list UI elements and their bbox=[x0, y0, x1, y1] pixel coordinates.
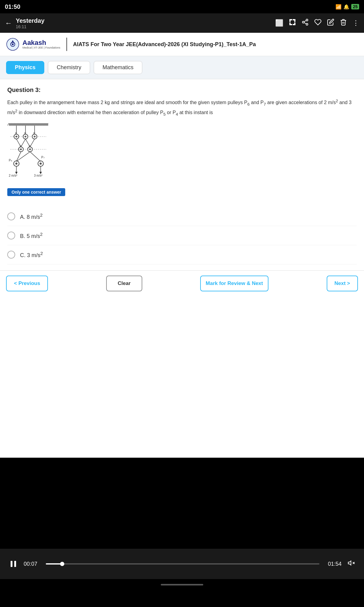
svg-rect-71 bbox=[14, 561, 16, 567]
home-indicator bbox=[0, 579, 364, 590]
svg-point-8 bbox=[306, 19, 308, 21]
question-number: Question 3: bbox=[7, 86, 357, 93]
screenshot-icon[interactable] bbox=[289, 19, 296, 28]
nav-bar: ← Yesterday 16:11 ⬜ bbox=[0, 13, 364, 33]
pause-button[interactable] bbox=[9, 560, 18, 568]
svg-line-45 bbox=[21, 139, 25, 147]
volume-button[interactable] bbox=[348, 559, 355, 568]
svg-text:2 m/s²: 2 m/s² bbox=[9, 174, 17, 177]
question-area: Question 3: Each pulley in the arrangeme… bbox=[0, 79, 364, 207]
nav-icons: ⬜ bbox=[275, 19, 359, 28]
main-content: Aakash Medical | IIT-JEE | Foundations A… bbox=[0, 33, 364, 458]
svg-rect-5 bbox=[295, 19, 295, 22]
svg-point-10 bbox=[306, 23, 308, 25]
back-button[interactable]: ← bbox=[5, 19, 12, 27]
svg-line-63 bbox=[30, 152, 41, 161]
more-icon[interactable]: ⋮ bbox=[352, 19, 359, 27]
svg-point-9 bbox=[302, 21, 304, 23]
option-b-label: B. 5 m/s2 bbox=[20, 232, 42, 239]
status-icons: 📶 🔔 25 bbox=[335, 4, 359, 10]
delete-icon[interactable] bbox=[340, 19, 347, 28]
svg-line-12 bbox=[304, 21, 306, 22]
option-a[interactable]: A. 8 m/s2 bbox=[7, 207, 357, 226]
nav-title: Yesterday bbox=[16, 17, 271, 24]
svg-rect-7 bbox=[295, 23, 295, 25]
home-bar bbox=[161, 584, 203, 585]
svg-text:3 m/s²: 3 m/s² bbox=[34, 174, 42, 177]
video-current-time: 00:07 bbox=[24, 561, 37, 567]
nav-subtitle: 16:11 bbox=[16, 24, 271, 29]
share-icon[interactable] bbox=[302, 19, 309, 28]
previous-button[interactable]: < Previous bbox=[6, 276, 48, 291]
svg-text:P: P bbox=[20, 144, 22, 148]
svg-text:P₆: P₆ bbox=[9, 159, 12, 162]
option-b-radio[interactable] bbox=[7, 232, 15, 239]
svg-text:P₇: P₇ bbox=[41, 156, 45, 159]
split-screen-icon[interactable]: ⬜ bbox=[275, 19, 283, 27]
aakash-logo-block: Aakash Medical | IIT-JEE | Foundations bbox=[6, 38, 67, 51]
black-section bbox=[0, 458, 364, 549]
svg-line-47 bbox=[30, 139, 35, 147]
question-text: Each pulley in the arrangement have mass… bbox=[7, 98, 357, 118]
option-c[interactable]: C. 3 m/s2 bbox=[7, 245, 357, 264]
svg-point-65 bbox=[40, 163, 42, 165]
video-controls: 00:07 01:54 bbox=[0, 549, 364, 579]
aakash-test-title: AIATS For Two Year JEE(Advanced)-2026 (X… bbox=[73, 41, 256, 48]
option-c-radio[interactable] bbox=[7, 251, 15, 259]
bottom-nav: < Previous Clear Mark for Review & Next … bbox=[0, 270, 364, 296]
video-progress-fill bbox=[46, 563, 62, 565]
pulley-diagram: P P P P P bbox=[7, 123, 357, 185]
aakash-logo-text: Aakash bbox=[22, 39, 60, 46]
options-list: A. 8 m/s2 B. 5 m/s2 C. 3 m/s2 bbox=[0, 207, 364, 264]
svg-text:P: P bbox=[29, 144, 31, 148]
wifi-icon: 🔔 bbox=[343, 4, 349, 10]
svg-marker-72 bbox=[348, 561, 351, 565]
aakash-logo-text-block: Aakash Medical | IIT-JEE | Foundations bbox=[22, 39, 60, 49]
svg-line-17 bbox=[7, 123, 9, 126]
svg-line-11 bbox=[304, 23, 306, 24]
option-c-label: C. 3 m/s2 bbox=[20, 251, 43, 259]
answer-type-badge: Only one correct answer bbox=[7, 188, 65, 196]
svg-rect-6 bbox=[290, 23, 290, 25]
signal-icon: 📶 bbox=[335, 4, 342, 10]
svg-text:P: P bbox=[15, 132, 17, 135]
battery-icon: 25 bbox=[351, 4, 359, 9]
svg-text:P: P bbox=[33, 132, 35, 135]
aakash-logo-sub: Medical | IIT-JEE | Foundations bbox=[22, 46, 60, 49]
svg-text:P: P bbox=[24, 132, 26, 135]
tab-chemistry[interactable]: Chemistry bbox=[48, 61, 90, 74]
video-progress-dot[interactable] bbox=[60, 562, 64, 566]
video-total-time: 01:54 bbox=[328, 561, 342, 567]
favorite-icon[interactable] bbox=[314, 19, 322, 28]
svg-rect-4 bbox=[290, 19, 290, 22]
tab-physics[interactable]: Physics bbox=[6, 61, 44, 74]
mark-review-button[interactable]: Mark for Review & Next bbox=[200, 276, 268, 291]
aakash-header: Aakash Medical | IIT-JEE | Foundations A… bbox=[0, 33, 364, 56]
svg-point-15 bbox=[12, 43, 14, 45]
status-bar: 01:50 📶 🔔 25 bbox=[0, 0, 364, 13]
status-time: 01:50 bbox=[5, 3, 20, 10]
nav-title-block: Yesterday 16:11 bbox=[16, 17, 271, 29]
edit-icon[interactable] bbox=[327, 19, 334, 28]
pulley-svg: P P P P P bbox=[7, 123, 68, 183]
next-button[interactable]: Next > bbox=[327, 276, 358, 291]
video-progress-bar[interactable] bbox=[46, 563, 319, 565]
svg-rect-70 bbox=[11, 561, 12, 567]
option-a-label: A. 8 m/s2 bbox=[20, 212, 42, 220]
tab-mathematics[interactable]: Mathematics bbox=[94, 61, 142, 74]
svg-point-59 bbox=[15, 163, 18, 165]
clear-button[interactable]: Clear bbox=[106, 276, 142, 291]
aakash-logo-icon bbox=[6, 38, 19, 51]
option-a-radio[interactable] bbox=[7, 212, 15, 220]
option-b[interactable]: B. 5 m/s2 bbox=[7, 226, 357, 245]
subject-tabs: Physics Chemistry Mathematics bbox=[0, 56, 364, 79]
